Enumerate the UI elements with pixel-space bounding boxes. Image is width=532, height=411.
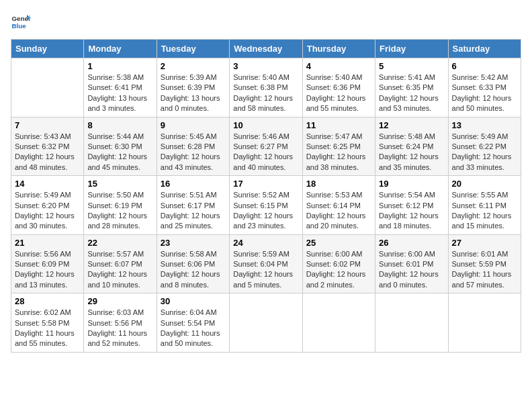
logo-icon: General Blue [11,11,31,31]
day-number: 29 [87,296,152,306]
day-info: Sunrise: 5:44 AM Sunset: 6:30 PM Dayligh… [87,132,152,173]
calendar-cell: 24Sunrise: 5:59 AM Sunset: 6:04 PM Dayli… [230,234,302,293]
calendar-week-row: 28Sunrise: 6:02 AM Sunset: 5:58 PM Dayli… [11,293,521,353]
calendar-week-row: 21Sunrise: 5:56 AM Sunset: 6:09 PM Dayli… [11,234,521,293]
calendar-cell: 7Sunrise: 5:43 AM Sunset: 6:32 PM Daylig… [11,117,84,176]
day-number: 13 [452,120,517,130]
day-info: Sunrise: 6:00 AM Sunset: 6:01 PM Dayligh… [379,249,444,291]
day-number: 27 [452,238,517,248]
day-number: 26 [379,238,444,248]
day-number: 17 [233,179,298,189]
calendar-cell: 27Sunrise: 6:01 AM Sunset: 5:59 PM Dayli… [448,234,521,293]
day-number: 1 [87,61,152,71]
svg-text:Blue: Blue [12,22,27,30]
day-number: 22 [87,238,152,248]
calendar-cell [375,293,448,353]
calendar-cell: 16Sunrise: 5:51 AM Sunset: 6:17 PM Dayli… [157,176,229,235]
day-info: Sunrise: 5:41 AM Sunset: 6:35 PM Dayligh… [379,73,444,114]
day-info: Sunrise: 5:49 AM Sunset: 6:22 PM Dayligh… [452,132,517,173]
calendar-cell: 19Sunrise: 5:54 AM Sunset: 6:12 PM Dayli… [375,176,448,235]
calendar-cell: 6Sunrise: 5:42 AM Sunset: 6:33 PM Daylig… [448,58,521,118]
day-info: Sunrise: 5:56 AM Sunset: 6:09 PM Dayligh… [15,249,80,291]
day-info: Sunrise: 5:51 AM Sunset: 6:17 PM Dayligh… [161,190,226,232]
day-number: 7 [15,120,80,130]
day-info: Sunrise: 5:50 AM Sunset: 6:19 PM Dayligh… [87,190,152,232]
day-number: 9 [161,120,226,130]
calendar-cell [11,58,84,118]
calendar-week-row: 1Sunrise: 5:38 AM Sunset: 6:41 PM Daylig… [11,58,521,118]
day-number: 18 [306,179,371,189]
day-info: Sunrise: 5:47 AM Sunset: 6:25 PM Dayligh… [306,132,371,173]
day-info: Sunrise: 6:03 AM Sunset: 5:56 PM Dayligh… [87,308,152,349]
calendar-cell: 23Sunrise: 5:58 AM Sunset: 6:06 PM Dayli… [157,234,229,293]
header-friday: Friday [375,40,448,58]
day-number: 28 [15,296,80,306]
calendar-cell: 30Sunrise: 6:04 AM Sunset: 5:54 PM Dayli… [157,293,229,353]
day-info: Sunrise: 6:04 AM Sunset: 5:54 PM Dayligh… [161,308,226,349]
calendar-cell: 18Sunrise: 5:53 AM Sunset: 6:14 PM Dayli… [302,176,375,235]
day-number: 19 [379,179,444,189]
calendar-cell: 15Sunrise: 5:50 AM Sunset: 6:19 PM Dayli… [84,176,157,235]
day-number: 15 [87,179,152,189]
day-info: Sunrise: 5:39 AM Sunset: 6:39 PM Dayligh… [161,73,226,114]
header-sunday: Sunday [11,40,84,58]
calendar-cell: 17Sunrise: 5:52 AM Sunset: 6:15 PM Dayli… [230,176,302,235]
day-number: 30 [161,296,226,306]
calendar-header-row: SundayMondayTuesdayWednesdayThursdayFrid… [11,40,521,58]
calendar-cell [302,293,375,353]
day-info: Sunrise: 5:46 AM Sunset: 6:27 PM Dayligh… [233,132,298,173]
calendar-cell: 25Sunrise: 6:00 AM Sunset: 6:02 PM Dayli… [302,234,375,293]
day-info: Sunrise: 5:42 AM Sunset: 6:33 PM Dayligh… [452,73,517,114]
day-number: 11 [306,120,371,130]
day-info: Sunrise: 5:40 AM Sunset: 6:36 PM Dayligh… [306,73,371,114]
calendar-cell [230,293,302,353]
calendar-cell: 10Sunrise: 5:46 AM Sunset: 6:27 PM Dayli… [230,117,302,176]
day-number: 10 [233,120,298,130]
calendar-cell: 2Sunrise: 5:39 AM Sunset: 6:39 PM Daylig… [157,58,229,118]
calendar-cell: 5Sunrise: 5:41 AM Sunset: 6:35 PM Daylig… [375,58,448,118]
day-info: Sunrise: 5:45 AM Sunset: 6:28 PM Dayligh… [161,132,226,173]
day-info: Sunrise: 5:54 AM Sunset: 6:12 PM Dayligh… [379,190,444,232]
day-info: Sunrise: 5:58 AM Sunset: 6:06 PM Dayligh… [161,249,226,291]
header-monday: Monday [84,40,157,58]
day-info: Sunrise: 6:02 AM Sunset: 5:58 PM Dayligh… [15,308,80,349]
day-number: 23 [161,238,226,248]
day-number: 24 [233,238,298,248]
calendar-week-row: 7Sunrise: 5:43 AM Sunset: 6:32 PM Daylig… [11,117,521,176]
day-info: Sunrise: 5:52 AM Sunset: 6:15 PM Dayligh… [233,190,298,232]
day-number: 16 [161,179,226,189]
day-number: 12 [379,120,444,130]
day-number: 6 [452,61,517,71]
day-info: Sunrise: 5:59 AM Sunset: 6:04 PM Dayligh… [233,249,298,291]
day-number: 25 [306,238,371,248]
day-info: Sunrise: 5:49 AM Sunset: 6:20 PM Dayligh… [15,190,80,232]
calendar-cell: 3Sunrise: 5:40 AM Sunset: 6:38 PM Daylig… [230,58,302,118]
day-info: Sunrise: 6:01 AM Sunset: 5:59 PM Dayligh… [452,249,517,291]
calendar-cell: 29Sunrise: 6:03 AM Sunset: 5:56 PM Dayli… [84,293,157,353]
calendar-week-row: 14Sunrise: 5:49 AM Sunset: 6:20 PM Dayli… [11,176,521,235]
header-tuesday: Tuesday [157,40,229,58]
day-info: Sunrise: 5:57 AM Sunset: 6:07 PM Dayligh… [87,249,152,291]
header-saturday: Saturday [448,40,521,58]
day-info: Sunrise: 5:53 AM Sunset: 6:14 PM Dayligh… [306,190,371,232]
calendar-cell: 12Sunrise: 5:48 AM Sunset: 6:24 PM Dayli… [375,117,448,176]
day-info: Sunrise: 5:40 AM Sunset: 6:38 PM Dayligh… [233,73,298,114]
calendar-cell: 4Sunrise: 5:40 AM Sunset: 6:36 PM Daylig… [302,58,375,118]
day-number: 4 [306,61,371,71]
day-number: 8 [87,120,152,130]
calendar-cell: 13Sunrise: 5:49 AM Sunset: 6:22 PM Dayli… [448,117,521,176]
calendar-cell: 20Sunrise: 5:55 AM Sunset: 6:11 PM Dayli… [448,176,521,235]
day-number: 2 [161,61,226,71]
day-info: Sunrise: 5:55 AM Sunset: 6:11 PM Dayligh… [452,190,517,232]
day-number: 14 [15,179,80,189]
calendar-cell: 11Sunrise: 5:47 AM Sunset: 6:25 PM Dayli… [302,117,375,176]
day-info: Sunrise: 5:48 AM Sunset: 6:24 PM Dayligh… [379,132,444,173]
calendar-cell: 22Sunrise: 5:57 AM Sunset: 6:07 PM Dayli… [84,234,157,293]
calendar-cell: 9Sunrise: 5:45 AM Sunset: 6:28 PM Daylig… [157,117,229,176]
calendar-cell [448,293,521,353]
calendar-cell: 14Sunrise: 5:49 AM Sunset: 6:20 PM Dayli… [11,176,84,235]
day-number: 21 [15,238,80,248]
day-number: 3 [233,61,298,71]
day-number: 5 [379,61,444,71]
logo: General Blue [11,11,34,31]
